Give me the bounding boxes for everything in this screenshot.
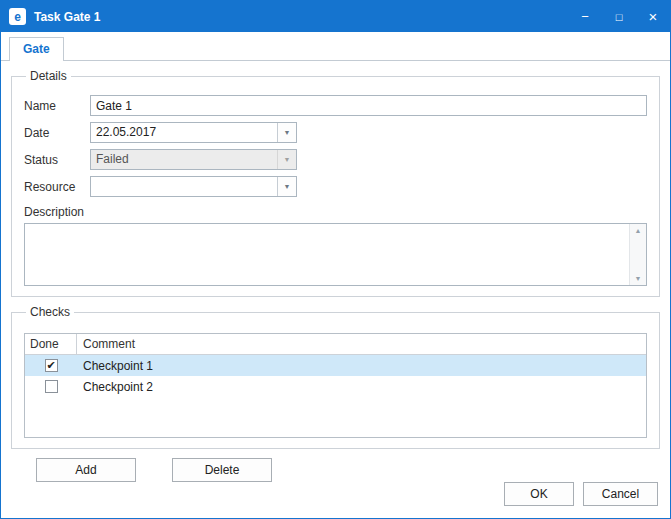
resource-value (91, 177, 277, 196)
status-value: Failed (91, 150, 277, 169)
done-checkbox[interactable]: ✔ (45, 359, 58, 372)
date-combobox[interactable]: 22.05.2017 ▼ (90, 122, 297, 143)
dialog-footer: OK Cancel (1, 482, 670, 519)
minimize-button[interactable]: − (568, 1, 602, 32)
scroll-down-icon[interactable]: ▼ (635, 275, 642, 282)
tab-strip: Gate (1, 32, 670, 61)
date-label: Date (24, 126, 90, 140)
checks-groupbox-label: Checks (26, 305, 74, 319)
checks-table-header: Done Comment (25, 334, 646, 355)
status-dropdown-button: ▼ (277, 150, 296, 169)
chevron-down-icon: ▼ (284, 156, 291, 163)
add-button[interactable]: Add (36, 458, 136, 482)
table-row[interactable]: ✔ Checkpoint 1 (25, 355, 646, 376)
details-groupbox: Details Name Date 22.05.2017 ▼ Status Fa… (11, 69, 660, 297)
status-label: Status (24, 153, 90, 167)
name-label: Name (24, 99, 90, 113)
check-list-buttons: Add Delete (36, 458, 670, 482)
status-row: Status Failed ▼ (24, 149, 647, 170)
delete-button[interactable]: Delete (172, 458, 272, 482)
ok-button[interactable]: OK (504, 482, 574, 506)
maximize-button[interactable]: □ (602, 1, 636, 32)
cancel-button[interactable]: Cancel (583, 482, 658, 506)
dialog-window: e Task Gate 1 − □ × Gate Details Name Da… (0, 0, 671, 519)
description-scrollbar[interactable]: ▲ ▼ (629, 224, 646, 285)
window-controls: − □ × (568, 1, 670, 32)
name-input[interactable] (90, 95, 647, 116)
column-header-comment[interactable]: Comment (77, 334, 646, 354)
description-textarea[interactable] (25, 224, 629, 285)
scroll-up-icon[interactable]: ▲ (635, 227, 642, 234)
table-row[interactable]: Checkpoint 2 (25, 376, 646, 397)
tab-gate[interactable]: Gate (9, 37, 64, 61)
checks-table: Done Comment ✔ Checkpoint 1 Checkpoint 2 (24, 333, 647, 438)
status-combobox: Failed ▼ (90, 149, 297, 170)
done-checkbox[interactable] (45, 380, 58, 393)
title-bar: e Task Gate 1 − □ × (1, 1, 670, 32)
description-label: Description (24, 205, 647, 219)
details-groupbox-label: Details (26, 69, 71, 83)
description-box: ▲ ▼ (24, 223, 647, 286)
name-row: Name (24, 95, 647, 116)
chevron-down-icon: ▼ (284, 129, 291, 136)
resource-dropdown-button[interactable]: ▼ (277, 177, 296, 196)
comment-cell: Checkpoint 2 (77, 380, 646, 394)
date-row: Date 22.05.2017 ▼ (24, 122, 647, 143)
comment-cell: Checkpoint 1 (77, 359, 646, 373)
done-cell: ✔ (25, 359, 77, 372)
done-cell (25, 380, 77, 393)
window-title: Task Gate 1 (34, 10, 568, 24)
resource-row: Resource ▼ (24, 176, 647, 197)
column-header-done[interactable]: Done (25, 334, 77, 354)
date-value: 22.05.2017 (91, 123, 277, 142)
close-button[interactable]: × (636, 1, 670, 32)
chevron-down-icon: ▼ (284, 183, 291, 190)
checks-groupbox: Checks Done Comment ✔ Checkpoint 1 Check… (11, 305, 660, 449)
date-dropdown-button[interactable]: ▼ (277, 123, 296, 142)
resource-combobox[interactable]: ▼ (90, 176, 297, 197)
app-icon: e (9, 8, 26, 25)
resource-label: Resource (24, 180, 90, 194)
